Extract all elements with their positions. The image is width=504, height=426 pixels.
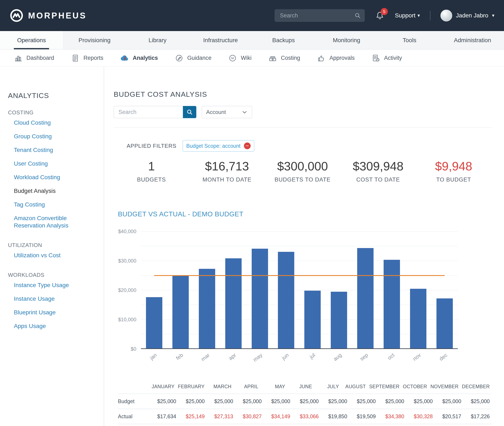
- bar-slot-nov: nov: [410, 231, 427, 349]
- search-icon: [186, 109, 193, 115]
- subnav-wiki[interactable]: WWiki: [220, 50, 260, 66]
- analytics-cloud-icon: [120, 54, 129, 63]
- filter-chip[interactable]: Budget Scope: account −: [183, 140, 254, 151]
- sidebar-item-instance-type-usage[interactable]: Instance Type Usage: [8, 278, 95, 292]
- user-name: Jaden Jabro: [456, 12, 488, 19]
- subnav-activity[interactable]: Activity: [363, 50, 410, 66]
- column-header-april: APRIL: [233, 380, 260, 394]
- bar-apr[interactable]: [225, 258, 242, 349]
- sidebar-item-instance-usage[interactable]: Instance Usage: [8, 292, 95, 305]
- stat-cost-to-date: $309,948COST TO DATE: [340, 159, 416, 183]
- filter-chip-label: Budget Scope: account: [186, 143, 241, 149]
- sidebar-item-group-costing[interactable]: Group Costing: [8, 129, 95, 143]
- budget-table: JANUARYFEBRUARYMARCHAPRILMAYJUNEJULYAUGU…: [114, 380, 491, 424]
- stat-label-budgets: BUDGETS: [114, 177, 189, 183]
- chevron-down-icon: [241, 109, 248, 115]
- sidebar-item-utilization-vs-cost[interactable]: Utilization vs Cost: [8, 248, 95, 262]
- stats-row: 1BUDGETS$16,713MONTH TO DATE$300,000BUDG…: [114, 159, 491, 183]
- sidebar-item-amazon-convertible-reservation-analysis[interactable]: Amazon Convertible Reservation Analysis: [8, 211, 95, 232]
- subnav-reports[interactable]: Reports: [63, 50, 112, 66]
- tab-operations[interactable]: Operations: [0, 31, 63, 49]
- x-tick-label-may: may: [252, 352, 263, 363]
- sidebar-item-apps-usage[interactable]: Apps Usage: [8, 319, 95, 333]
- reports-icon: [71, 54, 80, 63]
- x-tick-label-nov: nov: [412, 352, 422, 362]
- guidance-icon: [175, 54, 183, 63]
- top-header: MORPHEUS 5 Support ▾ Jaden Jabro ▾: [0, 0, 504, 31]
- support-menu[interactable]: Support ▾: [395, 12, 420, 19]
- cell-budget-november: $25,000: [434, 394, 463, 409]
- y-tick-label: $0: [131, 346, 136, 352]
- subnav-dashboard[interactable]: Dashboard: [6, 50, 63, 66]
- stat-budgets-to-date: $300,000BUDGETS TO DATE: [265, 159, 340, 183]
- divider: [114, 127, 491, 128]
- global-search: [274, 9, 365, 22]
- column-header-august: AUGUST: [341, 380, 367, 394]
- remove-filter-icon[interactable]: −: [244, 142, 251, 149]
- table-corner-cell: [118, 383, 149, 391]
- user-menu[interactable]: Jaden Jabro ▾: [441, 10, 494, 21]
- table-row-budget: Budget$25,000$25,000$25,000$25,000$25,00…: [118, 394, 491, 409]
- header-divider: [430, 11, 430, 20]
- budget-chart: $0$10,000$20,000$30,000$40,000 janfebmar…: [114, 231, 458, 349]
- activity-icon: [371, 54, 380, 63]
- cell-actual-february: $25,149: [178, 409, 206, 424]
- tab-library[interactable]: Library: [126, 31, 189, 49]
- sidebar-item-tag-costing[interactable]: Tag Costing: [8, 198, 95, 211]
- tab-infrastructure[interactable]: Infrastructure: [189, 31, 252, 49]
- column-header-october: OCTOBER: [401, 380, 429, 394]
- y-tick-label: $20,000: [118, 287, 136, 293]
- stat-label-month-to-date: MONTH TO DATE: [189, 177, 265, 183]
- cell-actual-april: $30,827: [235, 409, 263, 424]
- tab-backups[interactable]: Backups: [252, 31, 315, 49]
- bar-jun[interactable]: [278, 252, 294, 349]
- sidebar-item-blueprint-usage[interactable]: Blueprint Usage: [8, 305, 95, 319]
- cell-actual-november: $20,517: [434, 409, 463, 424]
- y-tick-label: $40,000: [118, 228, 136, 234]
- sidebar-item-cloud-costing[interactable]: Cloud Costing: [8, 116, 95, 129]
- cell-actual-august: $19,509: [349, 409, 377, 424]
- bar-nov[interactable]: [410, 289, 427, 349]
- tab-administration[interactable]: Administration: [441, 31, 504, 49]
- subnav-analytics[interactable]: Analytics: [112, 50, 166, 66]
- sidebar-item-tenant-costing[interactable]: Tenant Costing: [8, 143, 95, 157]
- notifications-button[interactable]: 5: [375, 10, 385, 21]
- cell-budget-june: $25,000: [292, 394, 321, 409]
- subnav-costing[interactable]: Costing: [260, 50, 308, 66]
- tab-provisioning[interactable]: Provisioning: [63, 31, 126, 49]
- bar-feb[interactable]: [172, 275, 189, 349]
- bar-slot-feb: feb: [172, 231, 189, 349]
- bar-jul[interactable]: [304, 291, 321, 349]
- tab-monitoring[interactable]: Monitoring: [315, 31, 378, 49]
- secondary-nav: DashboardReportsAnalyticsGuidanceWWikiCo…: [0, 50, 504, 67]
- cell-budget-may: $25,000: [263, 394, 292, 409]
- budget-search-input[interactable]: [114, 106, 183, 118]
- bar-slot-aug: aug: [331, 231, 347, 349]
- global-search-input[interactable]: [274, 9, 365, 22]
- bar-jan[interactable]: [146, 297, 162, 349]
- cell-actual-june: $33,066: [292, 409, 321, 424]
- cell-actual-december: $17,226: [463, 409, 491, 424]
- column-header-december: DECEMBER: [460, 380, 491, 394]
- tab-tools[interactable]: Tools: [378, 31, 441, 49]
- sidebar-item-budget-analysis[interactable]: Budget Analysis: [8, 184, 95, 198]
- search-submit-button[interactable]: [183, 106, 196, 118]
- bar-sep[interactable]: [357, 248, 374, 349]
- bar-mar[interactable]: [199, 269, 215, 349]
- bar-may[interactable]: [252, 249, 268, 349]
- scope-select[interactable]: Account: [202, 106, 252, 118]
- subnav-guidance[interactable]: Guidance: [166, 50, 220, 66]
- search-icon[interactable]: [354, 12, 361, 19]
- cell-actual-july: $19,850: [321, 409, 349, 424]
- sidebar-title: ANALYTICS: [8, 92, 95, 100]
- bar-dec[interactable]: [436, 298, 453, 349]
- bar-aug[interactable]: [331, 292, 347, 349]
- bar-oct[interactable]: [384, 260, 400, 349]
- sidebar-item-user-costing[interactable]: User Costing: [8, 157, 95, 170]
- subnav-label-activity: Activity: [384, 55, 402, 61]
- sidebar-section-costing: COSTING: [8, 109, 95, 116]
- approvals-thumbs-up-icon: [317, 54, 326, 63]
- brand[interactable]: MORPHEUS: [10, 9, 87, 22]
- sidebar-item-workload-costing[interactable]: Workload Costing: [8, 170, 95, 184]
- subnav-approvals[interactable]: Approvals: [308, 50, 363, 66]
